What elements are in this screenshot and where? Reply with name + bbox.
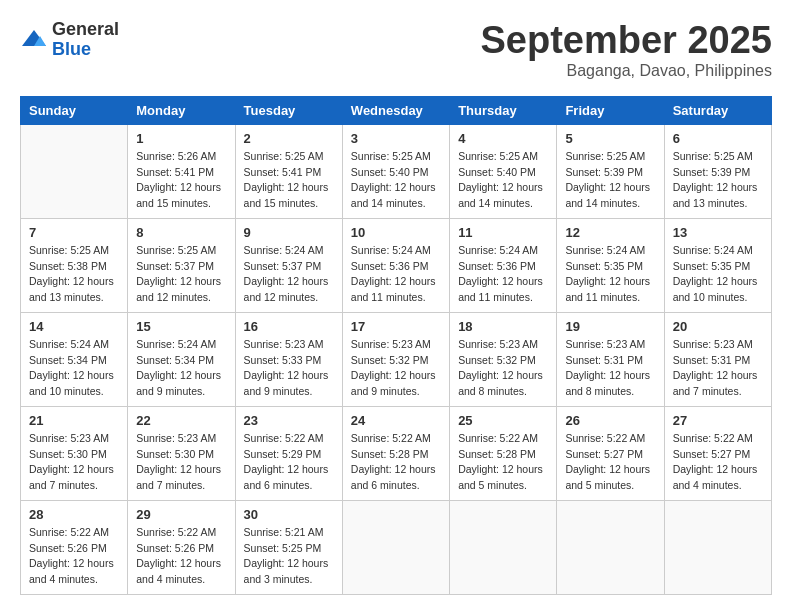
day-cell: 8Sunrise: 5:25 AM Sunset: 5:37 PM Daylig… (128, 218, 235, 312)
logo-general: General (52, 20, 119, 40)
day-number: 8 (136, 225, 226, 240)
day-info: Sunrise: 5:24 AM Sunset: 5:35 PM Dayligh… (673, 243, 763, 306)
day-number: 2 (244, 131, 334, 146)
day-number: 25 (458, 413, 548, 428)
day-cell: 19Sunrise: 5:23 AM Sunset: 5:31 PM Dayli… (557, 312, 664, 406)
day-cell: 28Sunrise: 5:22 AM Sunset: 5:26 PM Dayli… (21, 500, 128, 594)
day-info: Sunrise: 5:25 AM Sunset: 5:37 PM Dayligh… (136, 243, 226, 306)
header-cell-monday: Monday (128, 96, 235, 124)
day-number: 26 (565, 413, 655, 428)
day-info: Sunrise: 5:25 AM Sunset: 5:41 PM Dayligh… (244, 149, 334, 212)
day-cell (342, 500, 449, 594)
day-cell: 7Sunrise: 5:25 AM Sunset: 5:38 PM Daylig… (21, 218, 128, 312)
day-number: 4 (458, 131, 548, 146)
day-info: Sunrise: 5:22 AM Sunset: 5:26 PM Dayligh… (29, 525, 119, 588)
day-info: Sunrise: 5:24 AM Sunset: 5:35 PM Dayligh… (565, 243, 655, 306)
day-info: Sunrise: 5:25 AM Sunset: 5:40 PM Dayligh… (458, 149, 548, 212)
day-cell: 24Sunrise: 5:22 AM Sunset: 5:28 PM Dayli… (342, 406, 449, 500)
day-number: 11 (458, 225, 548, 240)
header-cell-saturday: Saturday (664, 96, 771, 124)
day-number: 15 (136, 319, 226, 334)
day-cell: 2Sunrise: 5:25 AM Sunset: 5:41 PM Daylig… (235, 124, 342, 218)
day-cell: 18Sunrise: 5:23 AM Sunset: 5:32 PM Dayli… (450, 312, 557, 406)
day-cell: 15Sunrise: 5:24 AM Sunset: 5:34 PM Dayli… (128, 312, 235, 406)
day-cell: 13Sunrise: 5:24 AM Sunset: 5:35 PM Dayli… (664, 218, 771, 312)
day-info: Sunrise: 5:24 AM Sunset: 5:37 PM Dayligh… (244, 243, 334, 306)
day-number: 9 (244, 225, 334, 240)
day-cell: 1Sunrise: 5:26 AM Sunset: 5:41 PM Daylig… (128, 124, 235, 218)
day-info: Sunrise: 5:22 AM Sunset: 5:27 PM Dayligh… (673, 431, 763, 494)
day-cell: 11Sunrise: 5:24 AM Sunset: 5:36 PM Dayli… (450, 218, 557, 312)
day-number: 29 (136, 507, 226, 522)
week-row-3: 14Sunrise: 5:24 AM Sunset: 5:34 PM Dayli… (21, 312, 772, 406)
day-number: 28 (29, 507, 119, 522)
day-cell: 25Sunrise: 5:22 AM Sunset: 5:28 PM Dayli… (450, 406, 557, 500)
day-number: 30 (244, 507, 334, 522)
day-number: 24 (351, 413, 441, 428)
day-cell: 14Sunrise: 5:24 AM Sunset: 5:34 PM Dayli… (21, 312, 128, 406)
day-info: Sunrise: 5:23 AM Sunset: 5:31 PM Dayligh… (565, 337, 655, 400)
week-row-5: 28Sunrise: 5:22 AM Sunset: 5:26 PM Dayli… (21, 500, 772, 594)
page-header: General Blue September 2025 Baganga, Dav… (20, 20, 772, 80)
logo-icon (20, 26, 48, 54)
day-info: Sunrise: 5:22 AM Sunset: 5:26 PM Dayligh… (136, 525, 226, 588)
day-cell: 27Sunrise: 5:22 AM Sunset: 5:27 PM Dayli… (664, 406, 771, 500)
day-number: 1 (136, 131, 226, 146)
day-number: 21 (29, 413, 119, 428)
day-cell: 23Sunrise: 5:22 AM Sunset: 5:29 PM Dayli… (235, 406, 342, 500)
title-block: September 2025 Baganga, Davao, Philippin… (481, 20, 773, 80)
day-number: 10 (351, 225, 441, 240)
day-info: Sunrise: 5:24 AM Sunset: 5:34 PM Dayligh… (29, 337, 119, 400)
day-info: Sunrise: 5:23 AM Sunset: 5:31 PM Dayligh… (673, 337, 763, 400)
day-info: Sunrise: 5:24 AM Sunset: 5:34 PM Dayligh… (136, 337, 226, 400)
day-cell: 16Sunrise: 5:23 AM Sunset: 5:33 PM Dayli… (235, 312, 342, 406)
day-number: 27 (673, 413, 763, 428)
day-number: 18 (458, 319, 548, 334)
day-cell: 20Sunrise: 5:23 AM Sunset: 5:31 PM Dayli… (664, 312, 771, 406)
header-cell-sunday: Sunday (21, 96, 128, 124)
day-number: 5 (565, 131, 655, 146)
day-cell: 12Sunrise: 5:24 AM Sunset: 5:35 PM Dayli… (557, 218, 664, 312)
day-number: 7 (29, 225, 119, 240)
day-number: 6 (673, 131, 763, 146)
day-info: Sunrise: 5:22 AM Sunset: 5:28 PM Dayligh… (458, 431, 548, 494)
header-cell-friday: Friday (557, 96, 664, 124)
day-number: 22 (136, 413, 226, 428)
day-number: 3 (351, 131, 441, 146)
day-info: Sunrise: 5:21 AM Sunset: 5:25 PM Dayligh… (244, 525, 334, 588)
week-row-4: 21Sunrise: 5:23 AM Sunset: 5:30 PM Dayli… (21, 406, 772, 500)
day-info: Sunrise: 5:23 AM Sunset: 5:32 PM Dayligh… (458, 337, 548, 400)
day-info: Sunrise: 5:25 AM Sunset: 5:38 PM Dayligh… (29, 243, 119, 306)
calendar-body: 1Sunrise: 5:26 AM Sunset: 5:41 PM Daylig… (21, 124, 772, 594)
location-subtitle: Baganga, Davao, Philippines (481, 62, 773, 80)
week-row-1: 1Sunrise: 5:26 AM Sunset: 5:41 PM Daylig… (21, 124, 772, 218)
logo: General Blue (20, 20, 119, 60)
day-info: Sunrise: 5:23 AM Sunset: 5:30 PM Dayligh… (136, 431, 226, 494)
day-info: Sunrise: 5:25 AM Sunset: 5:39 PM Dayligh… (565, 149, 655, 212)
day-info: Sunrise: 5:23 AM Sunset: 5:32 PM Dayligh… (351, 337, 441, 400)
day-number: 17 (351, 319, 441, 334)
day-cell: 21Sunrise: 5:23 AM Sunset: 5:30 PM Dayli… (21, 406, 128, 500)
day-cell: 22Sunrise: 5:23 AM Sunset: 5:30 PM Dayli… (128, 406, 235, 500)
day-number: 23 (244, 413, 334, 428)
day-info: Sunrise: 5:22 AM Sunset: 5:27 PM Dayligh… (565, 431, 655, 494)
day-info: Sunrise: 5:23 AM Sunset: 5:30 PM Dayligh… (29, 431, 119, 494)
day-cell: 4Sunrise: 5:25 AM Sunset: 5:40 PM Daylig… (450, 124, 557, 218)
day-info: Sunrise: 5:22 AM Sunset: 5:28 PM Dayligh… (351, 431, 441, 494)
logo-text: General Blue (52, 20, 119, 60)
day-cell: 17Sunrise: 5:23 AM Sunset: 5:32 PM Dayli… (342, 312, 449, 406)
day-info: Sunrise: 5:25 AM Sunset: 5:39 PM Dayligh… (673, 149, 763, 212)
header-cell-thursday: Thursday (450, 96, 557, 124)
day-cell (557, 500, 664, 594)
day-info: Sunrise: 5:25 AM Sunset: 5:40 PM Dayligh… (351, 149, 441, 212)
day-cell: 5Sunrise: 5:25 AM Sunset: 5:39 PM Daylig… (557, 124, 664, 218)
header-cell-wednesday: Wednesday (342, 96, 449, 124)
day-cell: 26Sunrise: 5:22 AM Sunset: 5:27 PM Dayli… (557, 406, 664, 500)
day-info: Sunrise: 5:24 AM Sunset: 5:36 PM Dayligh… (458, 243, 548, 306)
day-cell (21, 124, 128, 218)
day-number: 16 (244, 319, 334, 334)
day-cell (664, 500, 771, 594)
day-number: 19 (565, 319, 655, 334)
week-row-2: 7Sunrise: 5:25 AM Sunset: 5:38 PM Daylig… (21, 218, 772, 312)
day-number: 12 (565, 225, 655, 240)
